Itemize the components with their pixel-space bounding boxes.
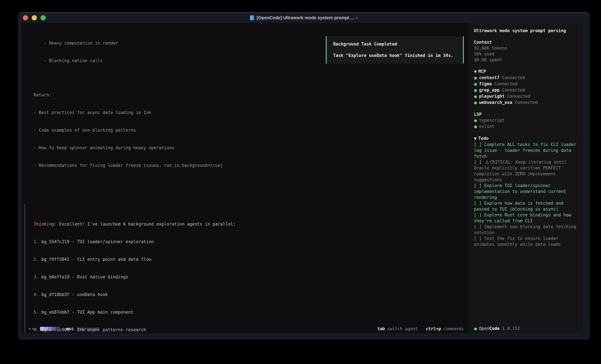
todo-item: [ ] Explore TUI loader/spinner implement… xyxy=(474,183,579,200)
tab-key-hint: tab xyxy=(377,326,385,332)
todo-section: ▼Todo [ ] Complete ALL tasks to fix CLI … xyxy=(474,135,579,247)
lsp-item: ●typescript xyxy=(474,117,579,124)
chevron-down-icon: ▼ xyxy=(474,136,477,141)
thinking-item: 2. bg_f9ff3041 - CLI entry point and dat… xyxy=(34,256,464,262)
chevron-down-icon: ▼ xyxy=(474,70,477,74)
titlebar: [OpenCode] Ultrawork mode system prompt … xyxy=(18,13,590,23)
terminal-pane: - Heavy computation in render - Blocking… xyxy=(21,23,468,333)
todo-item: [ ] Explore Rust core bindings and how t… xyxy=(474,212,579,224)
mcp-item: ●websearch_exa Connected xyxy=(474,99,579,106)
notification-toast[interactable]: Background Task Completed Task "Explore … xyxy=(326,36,464,64)
status-dot-icon: ● xyxy=(474,327,477,331)
status-dot-icon: ● xyxy=(474,82,477,86)
mcp-item: ●figma Connected xyxy=(474,81,579,87)
context-header: Context xyxy=(474,39,579,45)
app-version: 1.0.152 xyxy=(502,326,520,331)
return-item: - Code examples of non-blocking patterns xyxy=(34,127,464,133)
mcp-item: ●playwright Connected xyxy=(474,93,579,99)
lsp-item: ●eslint xyxy=(474,124,579,130)
context-used: 16% used xyxy=(474,51,579,57)
todo-item: [ ] Explore how data is fetched and pass… xyxy=(474,200,579,212)
brand-open: Open xyxy=(479,326,489,331)
thinking-label: Thinking: xyxy=(34,222,57,227)
todo-item: [ ] Test the fix to ensure loader animat… xyxy=(474,236,579,247)
return-header: Return: xyxy=(34,92,464,98)
app-window: [OpenCode] Ultrawork mode system prompt … xyxy=(18,12,590,340)
sidebar-pane: Ultrawork mode system prompt parsing Con… xyxy=(468,23,583,333)
notification-body: Task "Explore useData hook" finished in … xyxy=(333,53,460,58)
lsp-section: LSP ●typescript ●eslint xyxy=(474,111,579,130)
status-bar: esc interrupt tab switch agent ctrl+p co… xyxy=(29,326,464,332)
todo-item: [ ] Complete ALL tasks to fix CLI loader… xyxy=(474,142,579,159)
window-title-area: [OpenCode] Ultrawork mode system prompt … xyxy=(18,15,590,20)
app-version-footer: ●OpenCode 1.0.152 xyxy=(474,326,520,332)
document-icon xyxy=(250,15,254,20)
status-dot-icon: ● xyxy=(474,88,477,92)
lsp-header: LSP xyxy=(474,111,579,117)
warning-icon: ⚠ xyxy=(485,160,489,164)
status-dot-icon: ● xyxy=(474,118,477,123)
context-section: Context 31,686 tokens 16% used $0.00 spe… xyxy=(474,39,579,63)
thinking-gutter-bar xyxy=(24,204,25,333)
thinking-intro: Excellent! I've launched 6 background ex… xyxy=(59,222,236,227)
esc-key-hint: esc xyxy=(66,326,74,332)
ctrlp-key-hint: ctrl+p xyxy=(426,326,441,332)
status-dot-icon: ● xyxy=(474,76,477,80)
brand-code: Code xyxy=(489,326,500,331)
context-tokens: 31,686 tokens xyxy=(474,45,579,51)
mcp-item: ●grep_app Connected xyxy=(474,87,579,93)
spinner-dots xyxy=(29,328,37,330)
thinking-item: 3. bg_b0effa19 - Rust native bindings xyxy=(34,274,464,280)
todo-item: [ ] ⚠CRITICAL: Keep iterating until Orac… xyxy=(474,159,579,183)
session-title: Ultrawork mode system prompt parsing xyxy=(474,28,579,34)
thinking-item: 1. bg_5547c219 - TUI loader/spinner expl… xyxy=(34,239,464,245)
notification-title: Background Task Completed xyxy=(333,41,460,47)
todo-item: [ ] Implement non-blocking data fetching… xyxy=(474,224,579,236)
return-item: - How to keep spinner animating during h… xyxy=(34,145,464,151)
window-title: [OpenCode] Ultrawork mode system prompt … xyxy=(257,15,358,20)
thinking-block: Thinking: Excellent! I've launched 6 bac… xyxy=(34,203,464,333)
context-spent: $0.00 spent xyxy=(474,57,579,63)
spinner-gradient xyxy=(40,327,60,331)
ctrlp-key-label: commands xyxy=(443,326,464,332)
status-dot-icon: ● xyxy=(474,95,477,98)
mcp-item: ●context7 Connected xyxy=(474,75,579,81)
mcp-section: ▼MCP ●context7 Connected ●figma Connecte… xyxy=(474,68,579,106)
tab-key-label: switch agent xyxy=(387,326,418,332)
return-item: - Best practices for async data loading … xyxy=(34,110,464,115)
status-dot-icon: ● xyxy=(474,125,477,129)
thinking-item: 5. bg_eb87ebb7 - TUI App main component xyxy=(34,309,464,315)
return-item: - Recommendations for fixing loader free… xyxy=(34,163,464,168)
todo-header[interactable]: ▼Todo xyxy=(474,135,579,142)
esc-key-label: interrupt xyxy=(76,326,99,332)
thinking-item: 4. bg_df18bb3f - useData hook xyxy=(34,292,464,297)
mcp-header[interactable]: ▼MCP xyxy=(474,68,579,75)
status-dot-icon: ● xyxy=(474,101,477,105)
